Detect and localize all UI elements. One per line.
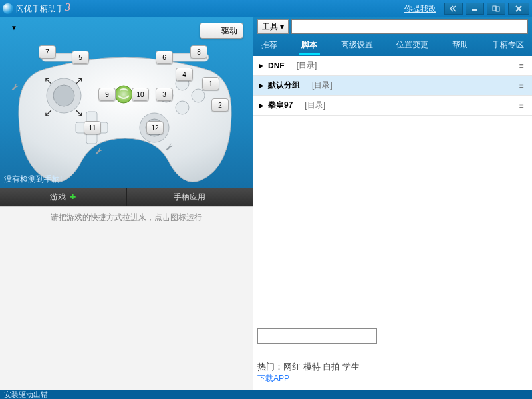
tools-label: 工具 ▾ [262,21,284,33]
svg-point-11 [176,101,189,114]
list-item[interactable]: ▶ DNF [目录] ≡ [253,56,532,76]
svg-point-4 [53,85,74,106]
btn-11[interactable]: 11 [84,121,101,134]
nav-advanced[interactable]: 高级设置 [336,35,378,55]
ls-down-left-icon: ↙ [44,106,53,116]
list-item-menu-icon[interactable]: ≡ [516,101,527,110]
tools-dropdown[interactable]: 工具 ▾ [257,19,289,34]
script-list: ▶ DNF [目录] ≡ ▶ 默认分组 [目录] ≡ ▶ 拳皇97 [目录] ≡ [253,56,532,325]
btn-7[interactable]: 7 [39,45,56,59]
svg-rect-1 [493,6,496,11]
svg-point-13 [115,86,132,103]
nav-zone[interactable]: 手柄专区 [487,35,529,55]
download-app-link[interactable]: 下载APP [257,373,528,384]
status-text: 安装驱动出错 [4,390,48,400]
no-controller-label: 没有检测到手柄! [4,174,62,185]
wrench-dpad-icon[interactable] [94,146,104,156]
app-version-glyph: 3 [65,1,70,13]
wrench-rstick-icon[interactable] [165,142,174,152]
list-item[interactable]: ▶ 拳皇97 [目录] ≡ [253,96,532,116]
list-item-tag: [目录] [297,60,317,71]
nav-help[interactable]: 帮助 [447,35,473,55]
ls-down-right-icon: ↘ [74,106,84,116]
close-button[interactable] [508,3,529,15]
hot-items[interactable]: 网红 模特 自拍 学生 [283,362,360,372]
svg-rect-2 [496,7,499,11]
list-item-name: 拳皇97 [268,100,293,111]
nav-recommend[interactable]: 推荐 [256,35,283,55]
ls-up-left-icon: ↖ [44,74,53,84]
list-item-menu-icon[interactable]: ≡ [516,81,527,90]
btn-6[interactable]: 6 [156,51,173,64]
nav-position[interactable]: 位置变更 [391,35,434,55]
add-game-icon[interactable]: + [70,191,76,203]
tab-games-label: 游戏 [50,192,66,203]
drop-area[interactable]: 请把游戏的快捷方式拉进来，点击图标运行 [0,206,253,390]
btn-8[interactable]: 8 [190,45,207,59]
list-item[interactable]: ▶ 默认分组 [目录] ≡ [253,76,532,96]
controller-image: ↖ ↗ ↙ ↘ 7 5 6 8 4 1 2 3 9 10 11 1 [12,49,238,182]
search-input[interactable] [291,19,528,34]
nav-script[interactable]: 脚本 [296,35,323,55]
controller-panel: ▼ 驱动 [0,17,253,188]
svg-point-10 [192,89,205,102]
btn-5[interactable]: 5 [72,51,89,64]
app-title: 闪优手柄助手 [16,3,64,15]
feedback-link[interactable]: 你提我改 [404,3,436,15]
tab-apps[interactable]: 手柄应用 [127,188,253,206]
list-item-name: 默认分组 [268,80,300,91]
expand-icon: ▶ [259,62,264,69]
hot-row: 热门：网红 模特 自拍 学生 [257,361,528,373]
btn-2[interactable]: 2 [211,98,229,112]
btn-4[interactable]: 4 [176,68,193,81]
tab-games[interactable]: 游戏 + [0,188,127,206]
btn-12[interactable]: 12 [146,121,164,134]
minimize-button[interactable] [466,3,484,15]
btn-10[interactable]: 10 [132,88,149,101]
left-menu-caret-icon[interactable]: ▼ [11,24,17,31]
bottom-panel: 热门：网红 模特 自拍 学生 下载APP [253,325,532,390]
maximize-button[interactable] [487,3,505,15]
drop-hint: 请把游戏的快捷方式拉进来，点击图标运行 [0,207,253,223]
expand-icon: ▶ [259,102,264,109]
ls-up-right-icon: ↗ [74,74,84,84]
hot-label: 热门： [257,362,283,372]
list-item-name: DNF [268,61,285,70]
collapse-left-button[interactable] [444,3,463,15]
list-item-tag: [目录] [312,80,332,91]
list-item-menu-icon[interactable]: ≡ [516,61,527,70]
bottom-search-input[interactable] [257,328,377,344]
tab-apps-label: 手柄应用 [174,192,205,203]
wrench-left-icon[interactable] [11,82,20,92]
expand-icon: ▶ [259,82,264,89]
driver-button[interactable]: 驱动 [200,23,243,39]
btn-1[interactable]: 1 [202,77,219,90]
list-item-tag: [目录] [305,100,325,111]
btn-3[interactable]: 3 [156,88,173,101]
left-tabs: 游戏 + 手柄应用 [0,188,253,206]
btn-9[interactable]: 9 [98,88,116,101]
app-logo-icon [3,3,13,14]
title-bar: 闪优手柄助手 3 你提我改 [0,0,532,17]
driver-button-label: 驱动 [221,25,237,37]
status-bar: 安装驱动出错 [0,390,532,399]
